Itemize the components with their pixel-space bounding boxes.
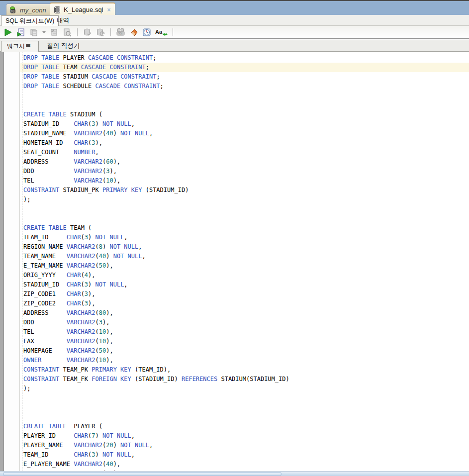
code-line[interactable]: TEAM_ID CHAR(3) NOT NULL, (20, 450, 469, 460)
code-line[interactable]: DROP TABLE PLAYER CASCADE CONSTRAINT; (20, 53, 469, 63)
horizontal-scrollbar-thumb[interactable] (3, 472, 281, 476)
code-line[interactable]: DROP TABLE TEAM CASCADE CONSTRAINT; (20, 63, 469, 72)
commit-icon[interactable] (83, 27, 93, 37)
code-line[interactable]: CREATE TABLE TEAM ( (20, 223, 469, 233)
code-line[interactable]: CREATE TABLE STADIUM ( (20, 110, 469, 119)
document-tab-strip: SQL my_conn × K_League.sql × (0, 0, 469, 15)
left-margin-guide (22, 52, 22, 471)
code-line[interactable]: PLAYER_ID CHAR(7) NOT NULL, (20, 431, 469, 441)
run-script-icon[interactable] (16, 27, 26, 37)
code-line[interactable]: STADIUM_NAME VARCHAR2(40) NOT NULL, (20, 129, 469, 138)
view-tab-row: 워크시트 질의 작성기 (0, 40, 469, 52)
code-line[interactable]: ); (20, 384, 469, 393)
code-line[interactable] (20, 393, 469, 403)
code-line[interactable]: DDD VARCHAR2(3), (20, 318, 469, 327)
tab-worksheet[interactable]: 워크시트 (1, 41, 39, 52)
code-line[interactable] (20, 412, 469, 422)
code-line[interactable]: TEAM_NAME VARCHAR2(40) NOT NULL, (20, 252, 469, 261)
code-line[interactable]: CONSTRAINT TEAM_FK FOREIGN KEY (STADIUM_… (20, 375, 469, 384)
sql-connection-icon: SQL (9, 6, 17, 14)
code-line[interactable] (20, 91, 469, 100)
tab-k-league-sql[interactable]: K_League.sql × (50, 2, 115, 16)
toolbar-separator (77, 28, 78, 36)
code-line[interactable] (20, 214, 469, 223)
toolbar-separator (110, 28, 111, 36)
svg-text:SQL: SQL (118, 32, 123, 35)
code-line[interactable]: DROP TABLE SCHEDULE CASCADE CONSTRAINT; (20, 82, 469, 91)
code-line[interactable]: STADIUM_ID CHAR(3) NOT NULL, (20, 119, 469, 129)
explain-plan-icon[interactable] (29, 27, 39, 37)
run-statement-icon[interactable] (3, 27, 13, 37)
code-line[interactable]: CONSTRAINT STADIUM_PK PRIMARY KEY (STADI… (20, 186, 469, 195)
code-line[interactable]: ADDRESS VARCHAR2(80), (20, 308, 469, 318)
code-line[interactable]: ); (20, 195, 469, 204)
tab-label: K_League.sql (64, 6, 103, 13)
code-line[interactable]: ZIP_CODE1 CHAR(3), (20, 289, 469, 299)
menu-tab-row: SQL 워크시트(W) 내역 (0, 15, 469, 26)
code-line[interactable]: FAX VARCHAR2(10), (20, 337, 469, 346)
svg-text:Aa: Aa (155, 29, 163, 35)
clear-icon[interactable] (129, 27, 139, 37)
line-number-gutter (4, 52, 20, 471)
svg-text:SQL: SQL (10, 10, 15, 13)
code-line[interactable]: DDD VARCHAR2(3), (20, 167, 469, 176)
code-line[interactable]: E_TEAM_NAME VARCHAR2(50), (20, 261, 469, 271)
code-line[interactable]: PLAYER_NAME VARCHAR2(20) NOT NULL, (20, 441, 469, 450)
code-line[interactable]: OWNER VARCHAR2(10), (20, 356, 469, 365)
code-line[interactable]: SEAT_COUNT NUMBER, (20, 148, 469, 157)
worksheet-toolbar: SQL Aa (0, 26, 469, 39)
tab-sql-worksheet[interactable]: SQL 워크시트(W) (1, 15, 59, 26)
code-line[interactable] (20, 100, 469, 110)
code-line[interactable]: CREATE TABLE PLAYER ( (20, 422, 469, 431)
explain-plan-dropdown-icon[interactable] (42, 27, 46, 37)
code-line[interactable]: HOMEPAGE VARCHAR2(50), (20, 346, 469, 356)
rollback-icon[interactable] (95, 27, 105, 37)
code-line[interactable]: STADIUM_ID CHAR(3) NOT NULL, (20, 280, 469, 289)
code-line[interactable]: TEL VARCHAR2(10), (20, 327, 469, 337)
code-line[interactable]: DROP TABLE STADIUM CASCADE CONSTRAINT; (20, 72, 469, 82)
sql-file-icon (53, 6, 61, 14)
code-line[interactable] (20, 403, 469, 412)
toolbar-separator (173, 28, 173, 36)
sql-editor[interactable]: DROP TABLE PLAYER CASCADE CONSTRAINT;DRO… (0, 52, 469, 471)
sql-history-icon[interactable]: SQL (116, 27, 126, 37)
code-area[interactable]: DROP TABLE PLAYER CASCADE CONSTRAINT;DRO… (20, 53, 469, 471)
tab-label: my_conn (20, 6, 46, 14)
tuning-advisor-icon[interactable] (62, 27, 72, 37)
code-line[interactable] (20, 204, 469, 214)
close-icon[interactable]: × (107, 6, 111, 13)
code-line[interactable]: TEAM_ID CHAR(3) NOT NULL, (20, 233, 469, 242)
code-line[interactable]: E_PLAYER_NAME VARCHAR2(40), (20, 460, 469, 469)
tab-query-builder[interactable]: 질의 작성기 (42, 41, 85, 52)
code-line[interactable]: CONSTRAINT TEAM_PK PRIMARY KEY (TEAM_ID)… (20, 365, 469, 375)
code-line[interactable]: TEL VARCHAR2(10), (20, 176, 469, 186)
autotrace-icon[interactable] (49, 27, 59, 37)
code-line[interactable]: NICKNAME VARCHAR2(30), (20, 469, 469, 471)
change-case-icon[interactable]: Aa (155, 27, 168, 37)
code-line[interactable]: REGION_NAME VARCHAR2(8) NOT NULL, (20, 242, 469, 252)
tab-history[interactable]: 내역 (53, 15, 73, 26)
horizontal-scrollbar[interactable] (0, 471, 469, 476)
code-line[interactable]: ZIP_CODE2 CHAR(3), (20, 299, 469, 308)
code-line[interactable]: HOMETEAM_ID CHAR(3), (20, 138, 469, 148)
editor-left-strip (0, 52, 4, 471)
code-line[interactable]: ORIG_YYYY CHAR(4), (20, 271, 469, 280)
history-clock-icon[interactable] (142, 27, 152, 37)
code-line[interactable]: ADDRESS VARCHAR2(60), (20, 157, 469, 167)
